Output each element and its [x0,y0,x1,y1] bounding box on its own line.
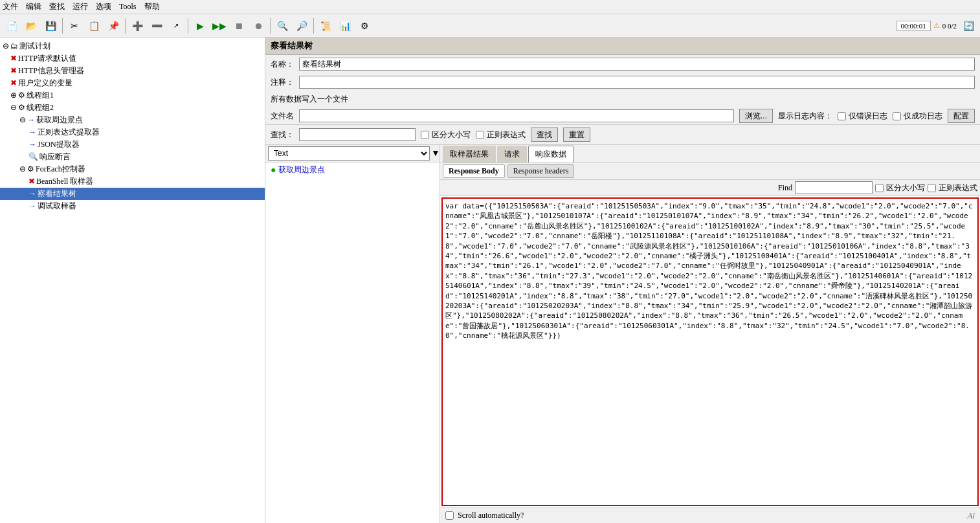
name-input[interactable] [299,58,975,71]
open-button[interactable]: 📂 [22,17,40,35]
search-label: 查找： [271,129,294,140]
tree-response-assertion[interactable]: 🔍 响应断言 [0,151,265,163]
toolbar: 📄 📂 💾 ✂ 📋 📌 ➕ ➖ ↗ ▶ ▶▶ ⏹ ⏺ 🔍 🔎 📜 📊 ⚙ 00:… [0,14,980,38]
tree-http-header-label: HTTP信息头管理器 [18,65,84,76]
case-checkbox[interactable] [421,131,429,139]
tree-user-vars-label: 用户定义的变量 [18,78,72,89]
sample-tree-panel: Text ▼ ● 获取周边景点 [265,145,440,523]
tree-debug-label: 调试取样器 [38,201,76,212]
copy-button[interactable]: 📋 [85,17,103,35]
all-data-row: 所有数据写入一个文件 [265,91,980,107]
menu-edit[interactable]: 编辑 [26,1,41,12]
counter-display: 0 0/2 [942,22,957,30]
search2-button[interactable]: 🔎 [293,17,311,35]
sample-node-label: 获取周边景点 [278,164,325,175]
find-label: Find [778,183,792,193]
tree-regex-label: 正则表达式提取器 [38,127,100,138]
menu-help[interactable]: 帮助 [144,1,160,12]
menu-options[interactable]: 选项 [96,1,111,12]
ai-label: Ai [967,511,975,521]
warning-icon: ⚠ [933,21,940,30]
script-button[interactable]: 📜 [317,17,335,35]
find-case-checkbox[interactable] [875,184,884,192]
tree-thread1[interactable]: ⊕ ⚙ 线程组1 [0,89,265,102]
tab-sampler-result[interactable]: 取样器结果 [443,146,496,162]
find-case-row: 区分大小写 [875,183,925,194]
tree-view-results-icon: → [28,189,36,199]
tree-response-assertion-icon: 🔍 [28,152,38,162]
tree-thread2[interactable]: ⊖ ⚙ 线程组2 [0,102,265,114]
save-button[interactable]: 💾 [41,17,60,35]
sample-node-row[interactable]: ● 获取周边景点 [265,162,440,177]
menu-run[interactable]: 运行 [72,1,88,12]
search-input[interactable] [299,128,416,141]
tree-get-nearby[interactable]: ⊖ → 获取周边景点 [0,114,265,126]
panel-title: 察看结果树 [265,38,980,55]
minus-button[interactable]: ➖ [148,17,166,35]
find-regex-checkbox[interactable] [928,184,936,192]
stop-button[interactable]: ⏹ [230,17,248,35]
tree-http-header[interactable]: ✖ HTTP信息头管理器 [0,65,265,77]
dropdown-arrow-icon[interactable]: ▼ [431,148,440,159]
response-body[interactable]: var data=({"10125150503A":{"areaid":"101… [441,197,979,506]
tree-json-extractor[interactable]: → JSON提取器 [0,139,265,151]
run2-button[interactable]: ▶▶ [210,17,228,35]
expand-button[interactable]: ↗ [167,17,185,35]
paste-button[interactable]: 📌 [104,17,122,35]
tree-get-nearby-label: 获取周边景点 [36,115,83,126]
tab-response-data[interactable]: 响应数据 [528,146,574,162]
regex-checkbox[interactable] [476,131,484,139]
tree-user-vars[interactable]: ✖ 用户定义的变量 [0,77,265,89]
tree-json-label: JSON提取器 [38,139,80,150]
menu-find[interactable]: 查找 [49,1,65,12]
tree-regex-icon: → [28,128,36,137]
main-layout: ⊖ 🗂 测试计划 ✖ HTTP请求默认值 ✖ HTTP信息头管理器 ✖ 用户定义… [0,38,980,523]
tree-beanshell[interactable]: ✖ BeanShell 取样器 [0,175,265,188]
text-dropdown[interactable]: Text [268,146,430,161]
tree-debug-sampler[interactable]: → 调试取样器 [0,200,265,212]
comment-input[interactable] [299,76,975,89]
tree-http-default-label: HTTP请求默认值 [18,53,76,64]
run-button[interactable]: ▶ [191,17,209,35]
sub-tab-response-headers[interactable]: Response headers [507,164,575,178]
name-label: 名称： [271,59,294,70]
success-log-checkbox[interactable] [893,112,901,120]
add-button[interactable]: ➕ [128,17,146,35]
scroll-auto-checkbox[interactable] [445,511,454,520]
reset-button[interactable]: 重置 [563,128,590,142]
report-button[interactable]: 📊 [336,17,354,35]
find-input[interactable] [795,181,873,194]
tree-root-icon2: 🗂 [10,41,18,51]
case-checkbox-row: 区分大小写 [421,129,471,140]
cut-button[interactable]: ✂ [65,17,84,35]
right-panel: 察看结果树 名称： 注释： 所有数据写入一个文件 文件名 浏览... 显示日志内… [265,38,980,523]
config-button[interactable]: 配置 [948,109,975,123]
content-area: Text ▼ ● 获取周边景点 取样器结果 请求 响应数据 [265,145,980,523]
menubar: 文件 编辑 查找 运行 选项 Tools 帮助 [0,0,980,14]
menu-tools[interactable]: Tools [119,2,137,12]
find-button[interactable]: 查找 [531,128,558,142]
tree-view-results[interactable]: → 察看结果树 [0,188,265,200]
regex-label: 正则表达式 [487,129,526,140]
sub-tab-response-body[interactable]: Response Body [443,164,505,178]
error-log-checkbox-row: 仅错误日志 [838,111,887,122]
tree-regex-extractor[interactable]: → 正则表达式提取器 [0,126,265,139]
tree-root[interactable]: ⊖ 🗂 测试计划 [0,40,265,52]
tree-response-assertion-label: 响应断言 [39,151,71,162]
menu-file[interactable]: 文件 [3,1,18,12]
new-button[interactable]: 📄 [3,17,21,35]
refresh-button[interactable]: 🔄 [959,17,977,35]
browse-button[interactable]: 浏览... [739,109,773,123]
filename-label: 文件名 [271,111,294,122]
tree-debug-icon: → [28,201,36,211]
tree-http-default[interactable]: ✖ HTTP请求默认值 [0,52,265,65]
filename-input[interactable] [299,109,734,122]
search1-button[interactable]: 🔍 [273,17,291,35]
tree-foreach-controller[interactable]: ⊖ ⚙ ForEach控制器 [0,163,265,175]
function-button[interactable]: ⚙ [355,17,373,35]
name-row: 名称： [265,55,980,73]
error-log-checkbox[interactable] [838,112,846,120]
stop2-button[interactable]: ⏺ [249,17,267,35]
tab-request[interactable]: 请求 [497,146,527,162]
success-log-checkbox-row: 仅成功日志 [893,111,942,122]
